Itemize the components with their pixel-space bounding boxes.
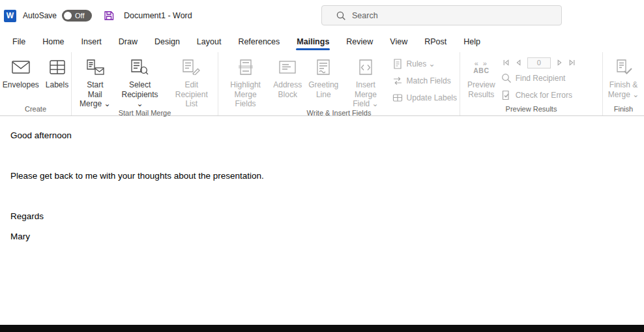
address-block-button: Address Block	[270, 52, 305, 99]
next-record-icon	[556, 59, 564, 67]
search-placeholder: Search	[352, 11, 378, 20]
find-recipient-icon	[501, 73, 512, 83]
last-record-button	[568, 58, 577, 67]
start-mail-merge-button[interactable]: Start Mail Merge ⌄	[76, 52, 115, 109]
toggle-knob-icon	[64, 12, 72, 20]
select-recipients-label: Select Recipients ⌄	[118, 80, 162, 109]
highlight-merge-fields-label: Highlight Merge Fields	[224, 80, 267, 109]
tab-help[interactable]: Help	[455, 33, 489, 51]
tab-file[interactable]: File	[4, 33, 34, 51]
highlight-merge-fields-icon	[238, 57, 254, 78]
save-icon	[104, 10, 114, 21]
finish-and-merge-icon	[615, 57, 633, 78]
address-block-icon	[279, 57, 296, 78]
update-labels-label: Update Labels	[407, 93, 457, 102]
preview-abc-glyph: ABC	[473, 67, 489, 74]
next-record-button	[555, 58, 564, 67]
greeting-line-icon	[315, 57, 331, 78]
match-fields-label: Match Fields	[407, 76, 451, 85]
check-for-errors-icon	[501, 90, 512, 100]
update-labels-icon	[392, 93, 403, 103]
rules-label: Rules ⌄	[407, 59, 435, 68]
word-logo-icon: W	[4, 10, 16, 22]
tab-design[interactable]: Design	[146, 33, 188, 51]
insert-merge-field-label: Insert Merge Field ⌄	[345, 80, 386, 109]
search-input[interactable]: Search	[321, 5, 562, 25]
autosave-state: Off	[75, 12, 84, 20]
tab-draw[interactable]: Draw	[110, 33, 146, 51]
insert-merge-field-icon	[358, 57, 373, 78]
find-recipient-button: Find Recipient	[499, 70, 577, 87]
paragraph: Regards	[10, 209, 634, 223]
finish-and-merge-label: Finish & Merge ⌄	[608, 80, 639, 99]
highlight-merge-fields-button: Highlight Merge Fields	[221, 52, 270, 109]
tab-references[interactable]: References	[229, 33, 288, 51]
labels-label: Labels	[46, 80, 68, 90]
greeting-line-label: Greeting Line	[308, 80, 338, 99]
envelope-icon	[12, 57, 30, 78]
check-for-errors-label: Check for Errors	[516, 91, 572, 100]
previous-record-icon	[514, 59, 522, 67]
first-record-button	[501, 58, 510, 67]
group-name-start-mail-merge: Start Mail Merge	[72, 109, 218, 119]
ribbon-group-preview-results: « » ABC Preview Results	[460, 52, 603, 115]
tab-view[interactable]: View	[381, 33, 416, 51]
paragraph: Please get back to me with your thoughts…	[10, 169, 634, 183]
preview-results-icon: « » ABC	[473, 57, 489, 78]
rules-icon	[392, 59, 403, 69]
match-fields-icon	[392, 76, 403, 86]
preview-results-button: « » ABC Preview Results	[464, 52, 499, 99]
group-name-create: Create	[0, 105, 71, 115]
preview-results-controls: 0	[499, 52, 577, 104]
edit-recipient-list-icon	[183, 57, 200, 78]
tab-layout[interactable]: Layout	[188, 33, 230, 51]
edit-recipient-list-label: Edit Recipient List	[169, 80, 214, 109]
write-insert-small-buttons: Rules ⌄ Match Fields	[390, 52, 460, 106]
address-block-label: Address Block	[273, 80, 302, 99]
previous-record-button	[514, 58, 523, 67]
envelopes-button[interactable]: Envelopes	[0, 52, 42, 90]
titlebar: W AutoSave Off Document1 - Word Search	[0, 0, 644, 31]
preview-results-label: Preview Results	[467, 80, 495, 99]
autosave-toggle[interactable]: Off	[62, 10, 92, 22]
document-canvas[interactable]: Good afternoon Please get back to me wit…	[0, 116, 644, 325]
search-icon	[336, 11, 345, 20]
finish-and-merge-button: Finish & Merge ⌄	[605, 52, 642, 99]
save-button[interactable]	[104, 10, 114, 21]
ribbon: Envelopes Labels Create	[0, 52, 644, 116]
select-recipients-button[interactable]: Select Recipients ⌄	[115, 52, 166, 109]
tab-home[interactable]: Home	[34, 33, 72, 51]
select-recipients-icon	[131, 57, 149, 78]
tab-insert[interactable]: Insert	[73, 33, 110, 51]
envelopes-label: Envelopes	[3, 80, 39, 90]
edit-recipient-list-button: Edit Recipient List	[166, 52, 218, 109]
tab-rpost[interactable]: RPost	[416, 33, 455, 51]
start-mail-merge-label: Start Mail Merge ⌄	[79, 80, 111, 109]
labels-button[interactable]: Labels	[42, 52, 72, 90]
ribbon-group-finish: Finish & Merge ⌄ Finish	[603, 52, 644, 115]
start-mail-merge-icon	[86, 57, 104, 78]
taskbar-strip	[0, 325, 644, 332]
paragraph	[10, 149, 634, 162]
tab-review[interactable]: Review	[338, 33, 381, 51]
tab-mailings[interactable]: Mailings	[288, 33, 338, 51]
greeting-line-button: Greeting Line	[305, 52, 342, 99]
insert-merge-field-button: Insert Merge Field ⌄	[342, 52, 389, 109]
labels-icon	[50, 57, 65, 78]
record-number-input: 0	[527, 57, 551, 68]
autosave-label: AutoSave	[23, 11, 57, 20]
ribbon-group-write-insert-fields: Highlight Merge Fields Address Block	[218, 52, 460, 115]
update-labels-button: Update Labels	[390, 89, 460, 106]
last-record-icon	[568, 59, 576, 67]
paragraph: Good afternoon	[10, 128, 634, 142]
rules-button: Rules ⌄	[390, 55, 460, 72]
paragraph: Mary	[10, 230, 634, 243]
group-name-preview-results: Preview Results	[460, 105, 602, 115]
first-record-icon	[502, 59, 510, 67]
find-recipient-label: Find Recipient	[516, 74, 566, 83]
group-name-write-insert-fields: Write & Insert Fields	[218, 109, 460, 119]
ribbon-tab-bar: File Home Insert Draw Design Layout Refe…	[0, 31, 644, 52]
paragraph	[10, 189, 634, 203]
ribbon-group-create: Envelopes Labels Create	[0, 52, 72, 115]
document-title: Document1 - Word	[124, 11, 192, 20]
